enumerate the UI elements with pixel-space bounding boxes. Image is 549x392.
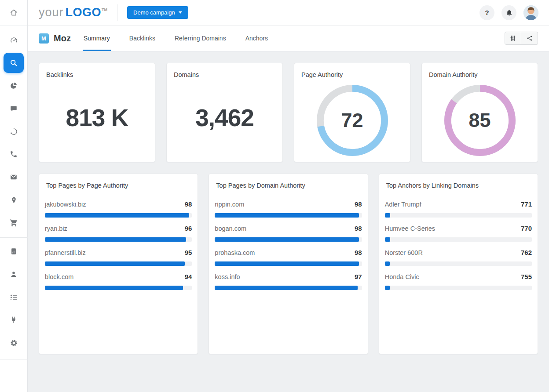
kpi-card-page-authority: Page Authority 72 [294,63,410,162]
item-value: 98 [355,200,362,208]
item-bar-track [385,237,532,242]
item-bar-track [385,261,532,266]
item-value: 771 [521,200,532,208]
sidebar-item-checklist[interactable] [0,286,28,309]
logo-prefix: your [39,6,64,19]
item-bar-fill [385,237,390,242]
item-bar-track [45,213,192,218]
list-item: pfannerstill.biz 95 [45,249,192,266]
sidebar-item-dashboard-gauge[interactable] [0,29,28,51]
sidebar-item-location-pin[interactable] [0,189,28,211]
item-bar-fill [45,237,186,242]
list-item: koss.info 97 [215,273,362,290]
list-title: Top Pages by Page Authority [39,174,198,189]
item-name: ryan.biz [45,225,67,232]
list-item: rippin.com 98 [215,200,362,218]
tab-anchors[interactable]: Anchors [245,25,269,51]
item-bar-fill [45,213,189,218]
item-bar-track [215,213,362,218]
sidebar-divider [0,359,28,359]
sidebar-item-person[interactable] [0,263,28,286]
tabs: SummaryBacklinksReferring DomainsAnchors [83,25,286,51]
item-bar-track [215,261,362,266]
moz-logo-icon: M [39,33,49,44]
sidebar-item-ppc-swirl[interactable] [0,120,28,143]
tab-referring-domains[interactable]: Referring Domains [174,25,227,51]
item-value: 770 [521,225,532,232]
item-value: 98 [355,249,362,256]
item-bar-track [215,237,362,242]
kpi-card-domains: Domains3,462 [166,63,283,162]
sidebar-item-chat[interactable] [0,97,28,120]
sidebar-item-pie-chart[interactable] [0,74,28,97]
donut-value: 85 [442,83,518,158]
item-bar-fill [45,261,185,266]
item-name: pfannerstill.biz [45,249,86,256]
chat-icon [10,105,18,113]
item-name: koss.info [215,273,240,280]
location-pin-icon [10,196,18,204]
checklist-icon [10,293,18,301]
tab-backlinks[interactable]: Backlinks [128,25,156,51]
list-item: Humvee C-Series 770 [385,225,532,242]
app-logo: your LOGO TM [39,6,107,19]
sidebar-item-mail[interactable] [0,166,28,189]
person-icon [10,270,18,278]
item-name: block.com [45,273,73,280]
share-button[interactable] [521,32,538,45]
filter-sliders-button[interactable] [505,32,521,45]
kpi-title: Domains [167,63,282,78]
list-item: bogan.com 98 [215,225,362,242]
item-bar-track [45,261,192,266]
share-icon [526,35,533,42]
sidebar-item-home[interactable] [0,0,27,25]
item-name: Norster 600R [385,249,423,256]
user-avatar[interactable] [523,5,538,20]
item-value: 755 [521,273,532,280]
sidebar-item-search[interactable] [0,51,28,74]
mail-icon [10,173,18,181]
sidebar-group-secondary [0,238,27,354]
list-card-top-pages-by-page-authority: Top Pages by Page Authority jakubowski.b… [39,174,198,354]
list-item: jakubowski.biz 98 [45,200,192,218]
chevron-down-icon [179,11,182,14]
item-value: 98 [355,225,362,232]
item-value: 98 [185,200,192,208]
kpi-value: 813 K [66,104,128,136]
list-item: Honda Civic 755 [385,273,532,290]
notifications-button[interactable] [501,5,516,20]
list-item: prohaska.com 98 [215,249,362,266]
list-item: block.com 94 [45,273,192,290]
item-value: 762 [521,249,532,256]
report-icon [10,247,18,255]
item-bar-track [385,286,532,290]
cart-icon [10,219,18,227]
sidebar-item-gear[interactable] [0,331,28,354]
sidebar-item-cart[interactable] [0,211,28,234]
sidebar-item-phone[interactable] [0,143,28,166]
item-value: 94 [185,273,192,280]
tab-summary[interactable]: Summary [83,25,111,51]
source-title: Moz [54,33,71,44]
source-tab-bar: M Moz SummaryBacklinksReferring DomainsA… [28,25,549,51]
list-title: Top Pages by Domain Authority [209,174,367,189]
list-card-top-anchors-by-linking-domains: Top Anchors by Linking Domains Adler Tru… [379,174,538,354]
dashboard-gauge-icon [10,36,18,44]
help-button[interactable]: ? [479,5,494,20]
sidebar-item-plug[interactable] [0,309,28,331]
ppc-swirl-icon [10,127,18,136]
sidebar-group-main [0,25,27,234]
item-name: prohaska.com [215,249,255,256]
list-card-top-pages-by-domain-authority: Top Pages by Domain Authority rippin.com… [209,174,368,354]
list-item: ryan.biz 96 [45,225,192,242]
sidebar-item-report[interactable] [0,240,28,263]
campaign-dropdown-button[interactable]: Demo campaign [127,6,188,19]
item-bar-fill [215,286,357,290]
item-bar-track [385,213,532,218]
list-title: Top Anchors by Linking Domains [379,174,538,189]
plug-icon [10,316,18,324]
kpi-card-backlinks: Backlinks813 K [39,63,155,162]
kpi-row: Backlinks813 KDomains3,462Page Authority… [39,63,538,162]
list-item: Adler Trumpf 771 [385,200,532,218]
app-window: your LOGO TM Demo campaign ? [0,0,549,392]
